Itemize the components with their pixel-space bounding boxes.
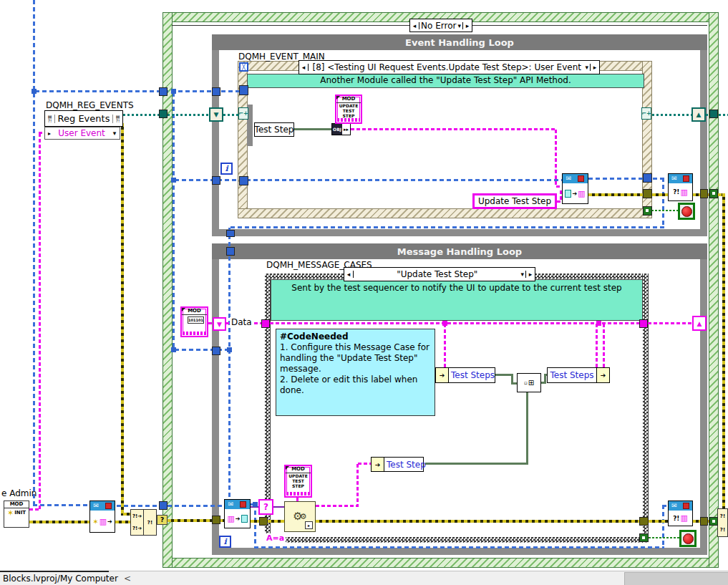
error-wire[interactable] [29,521,89,523]
message-loop-border-right[interactable] [700,259,707,548]
queue-refnum-wire[interactable] [168,505,225,507]
merge-errors-node-partial[interactable]: ?! ?! [717,508,728,537]
tunnel[interactable] [639,533,649,542]
case-prev-arrow-icon[interactable]: ◂ [410,22,419,29]
error-tunnel[interactable]: ? [157,515,168,525]
main-while-loop-border-left[interactable] [163,13,172,567]
dequeue-message-node[interactable]: ✉ ▥➔ [224,499,251,528]
iteration-terminal[interactable]: i [219,536,231,548]
module-refnum-wire[interactable] [33,0,35,506]
unbundle-object-node[interactable]: OBJ ▸▸ [331,123,351,135]
tunnel[interactable] [259,517,268,526]
error-case-border[interactable] [172,25,410,26]
tunnel[interactable] [159,501,168,510]
user-event-wire[interactable] [39,133,41,510]
tunnel[interactable] [212,516,220,524]
error-wire[interactable] [652,193,668,196]
event-cast-down-node[interactable]: ▼ [209,107,223,122]
enqueue-message-node[interactable]: ✉ ➔▥ [562,173,588,204]
test-steps-array-wire[interactable] [495,374,513,376]
user-event-wire[interactable] [29,508,40,511]
expand-arrow-icon[interactable]: ▸ [45,130,54,137]
event-loop-border-right[interactable] [700,50,707,229]
dynamic-event-terminal-icon[interactable]: ⌐+ [238,107,248,120]
tunnel[interactable] [643,206,652,216]
test-steps-array-wire[interactable] [511,382,517,385]
queue-refnum-wire[interactable] [254,546,664,548]
case-prev-arrow-icon[interactable]: ◂ [299,64,309,71]
tunnel[interactable] [261,319,270,328]
message-data-wire[interactable] [603,324,605,367]
code-needed-comment[interactable]: #CodeNeeded 1. Configure this Message Ca… [276,329,435,416]
dynamic-event-terminal-icon[interactable]: ⌐+ [641,107,651,120]
mod-init-vi-icon[interactable]: MOD ✶ INIT [4,501,29,528]
error-wire[interactable] [121,123,124,516]
user-event-refnum-wire[interactable] [168,114,210,116]
reg-events-node[interactable]: ▤?! Reg Events ▤?! [44,110,123,127]
tunnel[interactable] [239,85,248,95]
error-case-selector[interactable]: ◂ No Error ▾ ▸ [409,19,472,32]
error-handler-node[interactable]: ✉ ?!▥ [668,501,693,526]
module-data-wire[interactable] [316,505,358,507]
case-next-arrow-icon[interactable]: ▸ [462,22,472,29]
main-while-loop-border-bottom[interactable] [163,559,718,567]
tunnel[interactable] [700,517,708,526]
error-wire[interactable] [268,520,285,523]
error-wire[interactable] [316,520,641,523]
user-event-refnum-wire[interactable] [652,114,693,116]
tunnel[interactable] [643,173,652,183]
module-refnum-wire[interactable] [33,504,90,506]
event-timeout-terminal-icon[interactable]: ╳ [239,62,248,72]
message-data-wire[interactable] [648,322,694,324]
merge-errors-node[interactable]: ?!➔ ?!➔ ?! [130,509,157,536]
tunnel[interactable] [212,87,220,96]
case-selector-tunnel[interactable]: ? [258,499,273,515]
test-steps-local-read[interactable]: ➔ Test Steps [435,367,495,383]
case-next-arrow-icon[interactable]: ▸ [525,271,535,278]
queue-refnum-wire[interactable] [662,178,664,228]
queue-refnum-wire[interactable] [662,505,664,548]
iteration-terminal[interactable]: i [220,163,233,175]
stop-boolean-wire[interactable] [651,210,678,211]
case-next-arrow-icon[interactable]: ▸ [590,64,599,71]
event-data-test-step-label[interactable]: Test Step [254,122,294,137]
error-wire[interactable] [588,193,644,196]
event-reg-refnum-wire[interactable] [175,349,229,351]
message-case-selector[interactable]: ◂ "Update Test Step" ▾ ▸ [344,267,535,281]
tunnel[interactable] [212,176,220,185]
mod-update-test-step-vi-icon[interactable]: MOD UPDATE TEST STEP [284,465,312,498]
message-data-wire[interactable] [596,324,598,367]
message-data-wire[interactable] [270,322,641,324]
tunnel[interactable] [226,247,235,256]
message-case-border-right[interactable] [643,274,649,543]
mod-update-test-step-vi-icon[interactable]: MOD UPDATE TEST STEP [335,95,362,124]
event-reg-refnum-wire[interactable] [35,90,241,92]
case-prev-arrow-icon[interactable]: ◂ [344,271,354,278]
queue-refnum-wire[interactable] [175,179,562,181]
event-loop-border-left[interactable] [212,50,219,229]
stop-button[interactable] [679,530,697,547]
test-step-string-wire[interactable] [294,128,331,130]
tunnel[interactable] [639,517,649,526]
test-step-string-wire[interactable] [425,463,528,465]
event-loop-border-bottom[interactable] [212,229,707,236]
tunnel[interactable] [700,189,708,198]
error-wire[interactable] [692,193,725,196]
tunnel[interactable] [239,176,248,185]
horizontal-scrollbar-thumb[interactable] [624,572,728,585]
event-case-selector[interactable]: ◂ [8] <Testing UI Request Events.Update … [299,60,600,74]
message-handler-vi-icon[interactable]: ⚙ ⚙ ▸ [284,501,316,532]
message-name-wire[interactable] [273,506,284,508]
message-data-wire[interactable] [444,324,446,367]
test-steps-local-write[interactable]: Test Steps ➔ [547,367,610,383]
event-loop-title-bar[interactable]: Event Handling Loop [212,34,707,50]
tunnel[interactable] [639,319,648,328]
message-case-border-bottom[interactable] [265,537,649,543]
obtain-message-queue-node[interactable]: ✉ ✶▥➔ [89,501,115,533]
tunnel[interactable] [643,189,652,198]
test-step-string-wire[interactable] [526,392,528,465]
data-cast-up-node[interactable]: ▲ [692,316,707,331]
queue-refnum-wire[interactable] [230,226,664,228]
error-wire[interactable] [123,513,130,516]
user-event-selector[interactable]: ▸ User Event ▾ [44,127,120,140]
